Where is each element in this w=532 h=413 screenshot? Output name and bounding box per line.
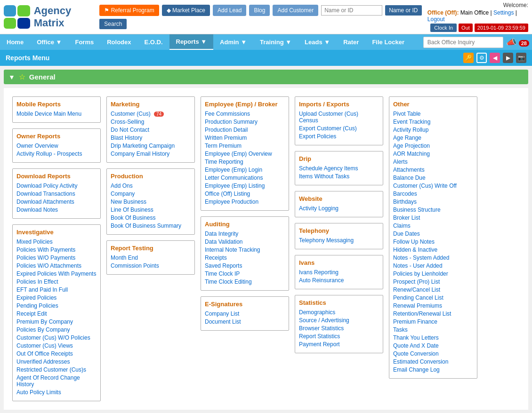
commission-points-link[interactable]: Commission Points	[111, 262, 191, 269]
telephony-messaging-link[interactable]: Telephony Messaging	[299, 237, 379, 244]
company-link[interactable]: Company	[111, 191, 191, 197]
nav-rater[interactable]: Rater	[337, 35, 365, 49]
name-or-id-dropdown[interactable]: Name or ID	[385, 5, 421, 16]
nav-rolodex[interactable]: Rolodex	[100, 35, 137, 49]
document-list-link[interactable]: Document List	[205, 318, 285, 325]
production-summary-link[interactable]: Production Summary	[205, 119, 285, 125]
age-projection-link[interactable]: Age Projection	[393, 143, 473, 149]
schedule-agency-items-link[interactable]: Schedule Agency Items	[299, 165, 379, 172]
saved-reports-link[interactable]: Saved Reports	[205, 262, 285, 269]
upload-customer-census-link[interactable]: Upload Customer (Cus) Census	[299, 111, 379, 124]
customer-views-link[interactable]: Customer (Cus) Views	[16, 342, 97, 349]
quote-conversion-link[interactable]: Quote Conversion	[393, 350, 473, 357]
estimated-conversion-link[interactable]: Estimated Conversion	[393, 358, 473, 365]
time-clock-ip-link[interactable]: Time Clock IP	[205, 270, 285, 277]
renew-cancel-list-link[interactable]: Renew/Cancel List	[393, 286, 473, 293]
export-policies-link[interactable]: Export Policies	[299, 133, 379, 140]
blog-button[interactable]: Blog	[249, 5, 270, 16]
customer-wo-policies-link[interactable]: Customer (Cus) W/O Policies	[16, 334, 97, 341]
ivans-reporting-link[interactable]: Ivans Reporting	[299, 269, 379, 276]
add-lead-button[interactable]: Add Lead	[213, 5, 246, 16]
pivot-table-link[interactable]: Pivot Table	[393, 111, 473, 117]
arrow-icon-button[interactable]: ◀	[490, 53, 500, 63]
add-customer-button[interactable]: Add Customer	[273, 5, 318, 16]
employee-production-link[interactable]: Employee Production	[205, 199, 285, 205]
cross-selling-link[interactable]: Cross-Selling	[111, 119, 191, 125]
line-of-business-link[interactable]: Line Of Business	[111, 206, 191, 213]
out-of-office-receipts-link[interactable]: Out Of Office Receipts	[16, 350, 97, 357]
download-transactions-link[interactable]: Download Transactions	[16, 191, 97, 197]
quote-and-x-date-link[interactable]: Quote And X Date	[393, 342, 473, 349]
production-detail-link[interactable]: Production Detail	[205, 127, 285, 133]
agent-of-record-change-link[interactable]: Agent Of Record Change History	[16, 374, 97, 388]
customer-cus-link[interactable]: Customer (Cus) 74	[111, 111, 191, 117]
prospect-pro-list-link[interactable]: Prospect (Pro) List	[393, 278, 473, 285]
new-business-link[interactable]: New Business	[111, 199, 191, 205]
policies-by-company-link[interactable]: Policies By Company	[16, 326, 97, 333]
term-premium-link[interactable]: Term Premium	[205, 143, 285, 149]
data-integrity-link[interactable]: Data Integrity	[205, 230, 285, 237]
restricted-customer-link[interactable]: Restricted Customer (Cus)s	[16, 366, 97, 373]
notes-system-added-link[interactable]: Notes - System Added	[393, 254, 473, 261]
items-without-tasks-link[interactable]: Items Without Tasks	[299, 173, 379, 180]
follow-up-notes-link[interactable]: Follow Up Notes	[393, 238, 473, 245]
activity-rollup-link[interactable]: Activity Rollup	[393, 127, 473, 133]
premium-by-company-link[interactable]: Premium By Company	[16, 318, 97, 325]
written-premium-link[interactable]: Written Premium	[205, 135, 285, 141]
office-listing-link[interactable]: Office (Off) Listing	[205, 191, 285, 197]
auto-reinsurance-link[interactable]: Auto Reinsurance	[299, 277, 379, 284]
demographics-link[interactable]: Demographics	[299, 309, 379, 316]
customer-write-off-link[interactable]: Customer (Cus) Write Off	[393, 183, 473, 189]
internal-note-tracking-link[interactable]: Internal Note Tracking	[205, 246, 285, 253]
logout-link[interactable]: Logout	[427, 16, 445, 23]
star-icon[interactable]: ☆	[19, 72, 25, 81]
fee-commissions-link[interactable]: Fee Commissions	[205, 111, 285, 117]
download-notes-link[interactable]: Download Notes	[16, 206, 97, 213]
company-list-link[interactable]: Company List	[205, 310, 285, 317]
payment-report-link[interactable]: Payment Report	[299, 341, 379, 348]
out-button[interactable]: Out	[459, 24, 473, 32]
policies-wo-payments-link[interactable]: Policies W/O Payments	[16, 254, 97, 261]
premium-finance-link[interactable]: Premium Finance	[393, 318, 473, 325]
notes-user-added-link[interactable]: Notes - User Added	[393, 262, 473, 269]
nav-office[interactable]: Office ▼	[30, 35, 68, 49]
retention-renewal-list-link[interactable]: Retention/Renewal List	[393, 310, 473, 317]
time-clock-editing-link[interactable]: Time Clock Editing	[205, 278, 285, 285]
download-policy-activity-link[interactable]: Download Policy Activity	[16, 183, 97, 189]
receipts-link[interactable]: Receipts	[205, 254, 285, 261]
browser-statistics-link[interactable]: Browser Statistics	[299, 325, 379, 332]
letter-communications-link[interactable]: Letter Communications	[205, 175, 285, 181]
back-office-input[interactable]	[423, 37, 503, 48]
search-input[interactable]	[321, 5, 382, 16]
due-dates-link[interactable]: Due Dates	[393, 230, 473, 237]
owner-overview-link[interactable]: Owner Overview	[16, 143, 97, 149]
export-customer-link[interactable]: Export Customer (Cus)	[299, 125, 379, 132]
expired-policies-with-payments-link[interactable]: Expired Policies With Payments	[16, 270, 97, 277]
hidden-inactive-link[interactable]: Hidden & Inactive	[393, 246, 473, 253]
settings-link[interactable]: Settings	[493, 9, 514, 16]
mixed-policies-link[interactable]: Mixed Policies	[16, 238, 97, 245]
video-icon-button[interactable]: ▶	[503, 53, 513, 63]
drip-marketing-link[interactable]: Drip Marketing Campaign	[111, 143, 191, 149]
add-ons-link[interactable]: Add Ons	[111, 183, 191, 189]
unverified-addresses-link[interactable]: Unverified Addresses	[16, 358, 97, 365]
time-reporting-link[interactable]: Time Reporting	[205, 159, 285, 165]
nav-training[interactable]: Training ▼	[253, 35, 298, 49]
book-of-business-link[interactable]: Book Of Business	[111, 214, 191, 221]
auto-policy-limits-link[interactable]: Auto Policy Limits	[16, 389, 97, 396]
thank-you-letters-link[interactable]: Thank You Letters	[393, 334, 473, 341]
referral-button[interactable]: ⚑ Referral Program	[99, 5, 159, 16]
policies-with-payments-link[interactable]: Policies With Payments	[16, 246, 97, 253]
aor-matching-link[interactable]: AOR Matching	[393, 151, 473, 157]
key-icon-button[interactable]: 🔑	[463, 53, 474, 63]
source-advertising-link[interactable]: Source / Advertising	[299, 317, 379, 324]
market-place-button[interactable]: ◆ Market Place	[162, 5, 210, 16]
company-email-history-link[interactable]: Company Email History	[111, 151, 191, 157]
clock-in-button[interactable]: Clock In	[430, 24, 457, 32]
nav-reports[interactable]: Reports ▼	[169, 34, 214, 50]
camera-icon-button[interactable]: 📷	[516, 53, 526, 63]
policies-wo-attachments-link[interactable]: Policies W/O Attachments	[16, 262, 97, 269]
data-validation-link[interactable]: Data Validation	[205, 238, 285, 245]
report-statistics-link[interactable]: Report Statistics	[299, 333, 379, 340]
balance-due-link[interactable]: Balance Due	[393, 175, 473, 181]
